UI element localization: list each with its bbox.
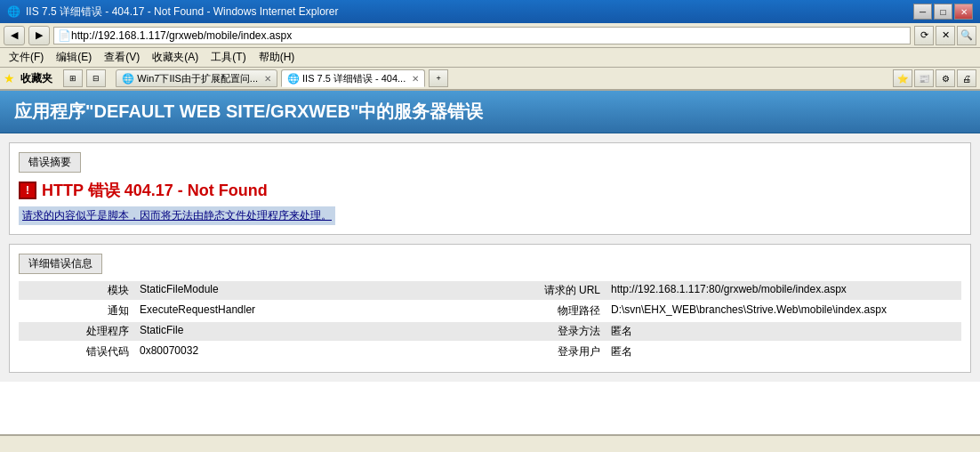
loginmethod-label: 登录方法: [490, 322, 606, 341]
menu-edit[interactable]: 编辑(E): [51, 49, 97, 66]
search-button[interactable]: 🔍: [957, 26, 976, 45]
error-title: ! HTTP 错误 404.17 - Not Found: [19, 180, 961, 201]
browser-tab-1[interactable]: 🌐 Win7下IIS由于扩展配置问... ✕: [116, 69, 277, 87]
errorcode-value: 0x80070032: [134, 343, 204, 361]
module-label: 模块: [19, 281, 134, 300]
handler-label: 处理程序: [19, 322, 134, 341]
physicalpath-value: D:\svn\EHX_WEB\branches\Strive.Web\mobil…: [606, 302, 892, 320]
close-button[interactable]: ✕: [954, 4, 973, 20]
notification-label: 通知: [19, 302, 134, 320]
favorites-bar: ★ 收藏夹 ⊞ ⊟ 🌐 Win7下IIS由于扩展配置问... ✕ 🌐 IIS 7…: [0, 68, 980, 91]
window-title: IIS 7.5 详细错误 - 404.17 - Not Found - Wind…: [26, 4, 908, 20]
tab1-label: Win7下IIS由于扩展配置问...: [137, 72, 258, 85]
forward-button[interactable]: ▶: [28, 26, 50, 45]
errorcode-label: 错误代码: [19, 343, 134, 361]
detail-grid: 模块 StaticFileModule 通知 ExecuteRequestHan…: [19, 281, 961, 363]
handler-value: StaticFile: [134, 322, 189, 341]
error-summary-tab: 错误摘要: [19, 152, 81, 173]
favorites-star-icon: ★: [4, 71, 15, 85]
favorites-add-button[interactable]: ⭐: [893, 69, 912, 87]
minimize-button[interactable]: ─: [913, 4, 932, 20]
loginmethod-value: 匿名: [606, 322, 638, 341]
detail-tab: 详细错误信息: [19, 254, 102, 274]
error-icon: !: [19, 182, 36, 199]
tab2-close-icon[interactable]: ✕: [412, 74, 419, 84]
detail-row-errorcode: 错误代码 0x80070032: [19, 343, 490, 361]
error-description: 请求的内容似乎是脚本，因而将无法由静态文件处理程序来处理。: [19, 206, 335, 225]
menu-favorites[interactable]: 收藏夹(A): [147, 49, 204, 66]
detail-row-notification: 通知 ExecuteRequestHandler: [19, 302, 490, 320]
menu-tools[interactable]: 工具(T): [205, 49, 251, 66]
window-controls: ─ □ ✕: [913, 4, 973, 20]
tab1-icon: 🌐: [122, 73, 134, 85]
url-text: http://192.168.1.117/grxweb/mobile/index…: [71, 29, 292, 42]
address-field[interactable]: 📄 http://192.168.1.117/grxweb/mobile/ind…: [53, 27, 911, 44]
view-toggle-button[interactable]: ⊞: [63, 69, 83, 87]
stop-button[interactable]: ✕: [936, 26, 955, 45]
tab2-icon: 🌐: [287, 73, 300, 85]
detail-left-column: 模块 StaticFileModule 通知 ExecuteRequestHan…: [19, 281, 490, 363]
notification-value: ExecuteRequestHandler: [134, 302, 261, 320]
detail-row-module: 模块 StaticFileModule: [19, 281, 490, 300]
rss-button[interactable]: 📰: [914, 69, 934, 87]
address-bar: ◀ ▶ 📄 http://192.168.1.117/grxweb/mobile…: [0, 23, 980, 48]
loginuser-value: 匿名: [606, 343, 638, 361]
detail-row-physicalpath: 物理路径 D:\svn\EHX_WEB\branches\Strive.Web\…: [490, 302, 961, 320]
page-favicon: 📄: [58, 29, 71, 42]
error-title-text: HTTP 错误 404.17 - Not Found: [42, 180, 268, 201]
tab1-close-icon[interactable]: ✕: [264, 74, 271, 84]
detail-right-column: 请求的 URL http://192.168.1.117:80/grxweb/m…: [490, 281, 961, 363]
view-toggle-button2[interactable]: ⊟: [86, 69, 106, 87]
menu-file[interactable]: 文件(F): [4, 49, 49, 66]
print-button[interactable]: 🖨: [957, 69, 976, 87]
address-right-buttons: ⟳ ✕ 🔍: [914, 26, 976, 45]
toolbar-right: ⭐ 📰 ⚙ 🖨: [893, 69, 976, 87]
detail-row-loginuser: 登录用户 匿名: [490, 343, 961, 361]
restore-button[interactable]: □: [934, 4, 952, 20]
tab2-label: IIS 7.5 详细错误 - 404...: [302, 72, 406, 85]
detail-row-loginmethod: 登录方法 匿名: [490, 322, 961, 341]
detail-error-section: 详细错误信息 模块 StaticFileModule 通知 ExecuteReq…: [9, 244, 971, 373]
browser-tab-2[interactable]: 🌐 IIS 7.5 详细错误 - 404... ✕: [281, 69, 425, 87]
window-icon: 🌐: [7, 5, 20, 18]
loginuser-label: 登录用户: [490, 343, 606, 361]
title-bar: 🌐 IIS 7.5 详细错误 - 404.17 - Not Found - Wi…: [0, 0, 980, 23]
menu-view[interactable]: 查看(V): [99, 49, 145, 66]
content-area: 错误摘要 ! HTTP 错误 404.17 - Not Found 请求的内容似…: [0, 133, 980, 382]
new-tab-button[interactable]: +: [429, 69, 448, 87]
detail-row-requesturl: 请求的 URL http://192.168.1.117:80/grxweb/m…: [490, 281, 961, 300]
module-value: StaticFileModule: [134, 281, 224, 300]
menu-help[interactable]: 帮助(H): [253, 49, 301, 66]
back-button[interactable]: ◀: [4, 26, 25, 45]
physicalpath-label: 物理路径: [490, 302, 606, 320]
requesturl-value: http://192.168.1.117:80/grxweb/mobile/in…: [606, 281, 852, 300]
page-header-text: 应用程序"DEFAULT WEB SITE/GRXWEB"中的服务器错误: [14, 101, 483, 121]
error-summary-section: 错误摘要 ! HTTP 错误 404.17 - Not Found 请求的内容似…: [9, 142, 971, 235]
requesturl-label: 请求的 URL: [490, 281, 606, 300]
refresh-button[interactable]: ⟳: [914, 26, 934, 45]
menu-bar: 文件(F) 编辑(E) 查看(V) 收藏夹(A) 工具(T) 帮助(H): [0, 48, 980, 68]
detail-row-handler: 处理程序 StaticFile: [19, 322, 490, 341]
favorites-label: 收藏夹: [20, 71, 52, 86]
tools-button[interactable]: ⚙: [936, 69, 955, 87]
page-header: 应用程序"DEFAULT WEB SITE/GRXWEB"中的服务器错误: [0, 91, 980, 133]
